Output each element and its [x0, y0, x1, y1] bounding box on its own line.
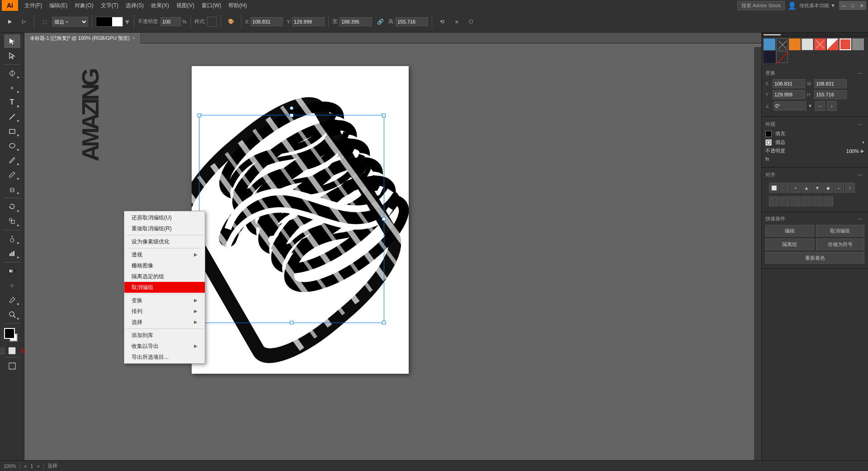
dist2-btn[interactable]: ⬛ [780, 196, 790, 206]
symbol-sprayer-tool[interactable]: ▶ [4, 232, 20, 246]
transform-btn[interactable]: ⟲ [436, 15, 448, 28]
rect-tool[interactable]: ▶ [4, 124, 20, 138]
coord-x-input[interactable] [250, 17, 283, 26]
flip-h-btn[interactable]: ↔ [815, 101, 825, 111]
swatch-gray[interactable] [852, 38, 864, 50]
text-tool[interactable]: T▶ [4, 95, 20, 109]
menu-view[interactable]: 视图(V) [173, 0, 198, 11]
pencil-tool[interactable]: ▶ [4, 168, 20, 181]
fill-icon[interactable]: ⬛ [0, 346, 6, 355]
qa-more[interactable]: ··· [855, 215, 864, 222]
align-bottom-btn[interactable]: ◆ [823, 183, 833, 193]
qa-edit-btn[interactable]: 编辑 [765, 225, 814, 237]
ctx-add-library[interactable]: 添加到库 [124, 330, 205, 341]
dist5-btn[interactable]: ⬛ [812, 196, 822, 206]
ctx-transform[interactable]: 变换 ▶ [124, 295, 205, 306]
ctx-undo-ungroup[interactable]: 还原取消编组(U) [124, 212, 205, 223]
swatch-red-2[interactable] [840, 38, 851, 50]
select-tool-btn[interactable]: ▶ [4, 15, 16, 28]
dist3-btn[interactable]: ⬛ [791, 196, 801, 206]
link-wh-btn[interactable]: 🔗 [374, 15, 387, 28]
ctx-collect-export[interactable]: 收集以导出 ▶ [124, 341, 205, 352]
swatch-empty[interactable] [776, 51, 788, 63]
foreground-color[interactable] [4, 328, 15, 339]
zoom-level[interactable]: 100% [4, 463, 16, 469]
paintbrush-tool[interactable]: ▶ [4, 153, 20, 167]
swatch-dark[interactable] [776, 38, 788, 50]
ctx-pixel-optimize[interactable]: 设为像素级优化 [124, 236, 205, 247]
pen-tool[interactable]: ▶ [4, 67, 20, 80]
transform-w-input[interactable] [814, 79, 847, 88]
graph-tool[interactable]: ▶ [4, 247, 20, 260]
fill-swatch[interactable] [765, 131, 772, 137]
mode-btn[interactable]: ⬚ [38, 15, 51, 28]
opacity-input[interactable] [160, 17, 181, 26]
stroke-icon[interactable]: ⬜ [8, 346, 17, 355]
qa-ungroup-btn[interactable]: 取消编组 [816, 225, 865, 237]
search-bar[interactable]: 搜索 Adobe Stock [737, 1, 785, 10]
qa-save-symbol-btn[interactable]: 存储为符号 [816, 238, 865, 250]
swatch-red[interactable] [814, 38, 826, 50]
ctx-ungroup[interactable]: 取消编组 [124, 282, 205, 293]
zoom-tool[interactable]: ▶ [4, 308, 20, 321]
style-swatch[interactable] [207, 17, 217, 27]
menu-window[interactable]: 窗口(W) [198, 0, 225, 11]
menu-text[interactable]: 文字(T) [97, 0, 122, 11]
document-tab[interactable]: 未标题-1 [已恢复]* @ 100% (RGB/GPU 预览) × [24, 33, 141, 43]
dist6-btn[interactable]: ⬛ [823, 196, 833, 206]
swatch-orange[interactable] [789, 38, 801, 50]
ellipse-tool[interactable]: ▶ [4, 139, 20, 152]
user-icon[interactable]: 👤 [788, 1, 797, 10]
rotate-tool[interactable]: ▶ [4, 200, 20, 214]
ctx-perspective[interactable]: 透视 ▶ [124, 249, 205, 260]
distribute-h-btn[interactable]: ↔ [834, 183, 844, 193]
menu-effect[interactable]: 效果(X) [147, 0, 173, 11]
eraser-tool[interactable]: ▶ [4, 182, 20, 196]
dist4-btn[interactable]: ⬛ [802, 196, 811, 206]
angle-arrow[interactable]: ▾ [809, 103, 811, 109]
opacity-expand[interactable]: ▶ [861, 148, 864, 153]
appearance-more[interactable]: ··· [855, 120, 864, 128]
menu-edit[interactable]: 编辑(E) [46, 0, 71, 11]
maximize-button[interactable]: □ [848, 1, 857, 10]
right-scrollbar[interactable] [754, 11, 761, 460]
scale-tool[interactable]: ▶ [4, 214, 20, 228]
swatch-darkblue[interactable] [764, 51, 775, 63]
flip-v-btn[interactable]: ↕ [827, 101, 837, 111]
menu-select[interactable]: 选择(S) [122, 0, 147, 11]
coord-h-input[interactable] [396, 17, 428, 26]
close-button[interactable]: ✕ [857, 1, 866, 10]
stroke-swatch-sm[interactable] [765, 139, 772, 146]
direct-select-btn[interactable]: ▷ [18, 15, 30, 28]
transform-more[interactable]: ··· [855, 69, 864, 76]
stroke-swatch[interactable] [96, 17, 123, 27]
align-vcenter-btn[interactable]: ▼ [812, 183, 822, 193]
direct-select-tool[interactable] [4, 49, 20, 62]
pathfinder-btn[interactable]: ⬡ [465, 15, 477, 28]
eyedropper-tool[interactable]: ▶ [4, 293, 20, 307]
menu-object[interactable]: 对象(O) [71, 0, 97, 11]
nav-prev[interactable]: « [24, 463, 27, 469]
transform-y-input[interactable] [773, 90, 805, 99]
canvas-area[interactable]: AMAZING 还原取消编组(U) 重做取消编组(R) 设为像素级优化 透视 ▶… [24, 43, 761, 460]
add-anchor-tool[interactable]: +▶ [4, 81, 20, 95]
align-right-btn[interactable]: ▪ [791, 183, 801, 193]
ctx-raster-image[interactable]: 栅格图像 [124, 260, 205, 271]
mesh-tool[interactable]: ⊹ [4, 279, 20, 292]
transform-angle-input[interactable] [774, 101, 806, 110]
ctx-redo-ungroup[interactable]: 重做取消编组(R) [124, 223, 205, 234]
gradient-tool[interactable] [4, 264, 20, 278]
align-left-btn[interactable]: ⬜ [769, 183, 779, 193]
coord-y-input[interactable] [292, 17, 325, 26]
ctx-export-selected[interactable]: 导出所选项目... [124, 352, 205, 362]
align-top-btn[interactable]: ▲ [802, 183, 811, 193]
select-tool[interactable] [4, 34, 20, 48]
swatch-blue[interactable] [764, 38, 775, 50]
mode-select[interactable]: 描边 ÷ [52, 17, 88, 27]
dist1-btn[interactable]: ⬛ [769, 196, 779, 206]
tab-close-btn[interactable]: × [132, 36, 135, 41]
swatch-light[interactable] [802, 38, 813, 50]
transform-x-input[interactable] [773, 79, 805, 88]
qa-recolor-btn[interactable]: 重新着色 [765, 252, 864, 264]
align-more[interactable]: ··· [855, 171, 864, 178]
